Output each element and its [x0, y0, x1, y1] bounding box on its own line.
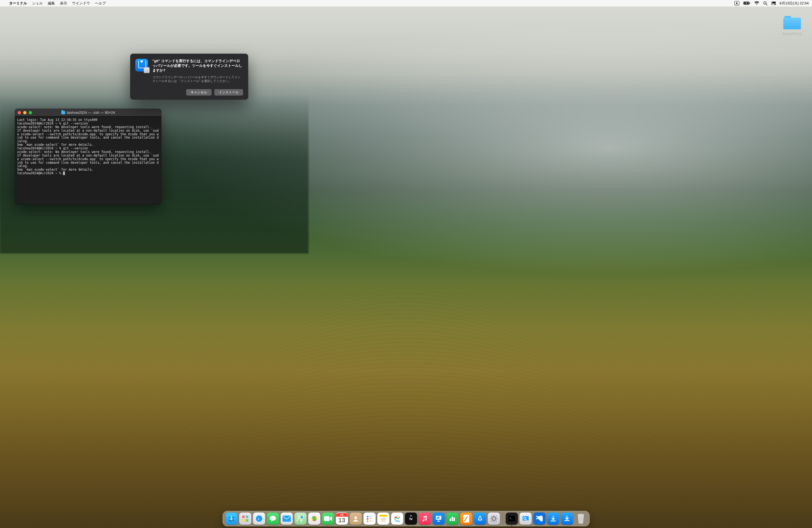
folder-icon: [783, 16, 801, 29]
menu-window[interactable]: ウインドウ: [70, 0, 92, 6]
dock-maps-icon[interactable]: [294, 513, 307, 525]
dock-settings-icon[interactable]: [488, 513, 500, 525]
svg-rect-15: [246, 519, 248, 522]
svg-line-4: [766, 4, 767, 5]
svg-line-58: [491, 520, 492, 522]
svg-line-56: [496, 520, 497, 522]
svg-rect-44: [438, 516, 439, 519]
dock-container: 8月13tv>_: [0, 511, 812, 526]
svg-text:>_: >_: [510, 517, 512, 519]
cancel-button[interactable]: キャンセル: [186, 89, 212, 96]
calendar-day-label: 13: [338, 517, 345, 524]
install-button[interactable]: インストール: [214, 89, 243, 96]
dock-vscode-icon[interactable]: [533, 513, 546, 525]
svg-point-11: [233, 517, 234, 518]
dock-launchpad-icon[interactable]: [239, 513, 251, 525]
dock-notes-icon[interactable]: [377, 513, 389, 525]
terminal-titlebar[interactable]: taishow2024 — -zsh — 80×24: [15, 109, 161, 117]
menu-edit[interactable]: 編集: [45, 0, 57, 6]
desktop-folder-label: ScreenShots: [781, 31, 804, 35]
svg-point-20: [270, 516, 276, 521]
dock-keynote-icon[interactable]: [433, 513, 445, 525]
apple-menu[interactable]: [3, 0, 6, 6]
svg-rect-12: [242, 516, 245, 518]
svg-point-33: [367, 520, 368, 522]
menu-view[interactable]: 表示: [57, 0, 70, 6]
control-center-icon[interactable]: [771, 2, 776, 5]
dock-mail-icon[interactable]: [280, 513, 293, 525]
input-source-indicator[interactable]: A: [735, 1, 739, 5]
svg-rect-27: [324, 516, 330, 521]
dock-messages-icon[interactable]: [267, 513, 279, 525]
svg-rect-13: [246, 516, 248, 518]
dock-finder-icon[interactable]: [226, 513, 237, 525]
svg-rect-43: [437, 517, 438, 519]
svg-rect-47: [453, 517, 455, 521]
svg-rect-46: [452, 517, 453, 521]
svg-rect-32: [369, 518, 373, 519]
svg-point-8: [774, 4, 775, 5]
svg-point-50: [493, 517, 495, 520]
spotlight-icon[interactable]: [763, 1, 768, 5]
dock-safari-icon[interactable]: [253, 513, 265, 525]
svg-rect-1: [749, 2, 750, 4]
svg-text:tv: tv: [409, 517, 412, 521]
dock-pages-icon[interactable]: [460, 513, 472, 525]
zoom-window-button[interactable]: [29, 111, 32, 114]
svg-point-22: [301, 516, 303, 518]
installer-download-icon: [135, 59, 148, 72]
svg-rect-14: [242, 519, 245, 522]
desktop-folder-screenshots[interactable]: ScreenShots: [781, 16, 804, 35]
svg-rect-34: [369, 520, 373, 522]
svg-line-57: [496, 516, 497, 517]
wifi-icon[interactable]: [754, 1, 759, 5]
folder-proxy-icon: [61, 111, 65, 114]
menu-bar-clock[interactable]: 8月13日(火) 22:54: [780, 1, 809, 6]
terminal-title: taishow2024 — -zsh — 80×24: [67, 111, 115, 115]
svg-rect-35: [379, 515, 387, 517]
svg-point-28: [354, 516, 357, 519]
terminal-output[interactable]: Last login: Tue Aug 13 22:38:35 on ttys0…: [15, 117, 161, 177]
svg-point-10: [229, 517, 230, 518]
app-menu[interactable]: ターミナル: [6, 0, 30, 6]
dock-terminal-icon[interactable]: >_: [506, 513, 518, 525]
window-controls: [15, 111, 32, 114]
dock: 8月13tv>_: [222, 511, 590, 526]
dock-tv-icon[interactable]: tv: [405, 513, 417, 525]
menu-help[interactable]: ヘルプ: [92, 0, 108, 6]
svg-rect-64: [551, 520, 556, 522]
terminal-window[interactable]: taishow2024 — -zsh — 80×24 Last login: T…: [15, 109, 161, 204]
dock-appstore-icon[interactable]: [474, 513, 486, 525]
dock-preview-icon[interactable]: [520, 513, 532, 525]
dock-reminders-icon[interactable]: [363, 513, 376, 525]
svg-point-31: [367, 518, 368, 520]
svg-point-29: [367, 516, 368, 517]
minimize-window-button[interactable]: [23, 111, 27, 114]
dock-calendar-icon[interactable]: 8月13: [336, 513, 348, 525]
desktop-wallpaper: [0, 0, 812, 528]
svg-rect-42: [437, 521, 440, 522]
dock-facetime-icon[interactable]: [322, 513, 334, 525]
calendar-month-label: 8月: [336, 513, 348, 517]
dialog-headline: "git" コマンドを実行するには、コマンドラインデベロッパツールが必要です。ツ…: [153, 59, 243, 73]
dock-downloads-icon[interactable]: [561, 513, 573, 525]
battery-icon[interactable]: [743, 1, 750, 5]
dock-freeform-icon[interactable]: [391, 513, 403, 525]
dock-contacts-icon[interactable]: [350, 513, 362, 525]
menu-bar-right: A 8月13日(火) 22:54: [735, 1, 809, 6]
svg-rect-45: [450, 518, 451, 521]
terminal-cursor: [63, 172, 65, 175]
svg-line-55: [491, 516, 492, 517]
svg-rect-21: [282, 516, 291, 522]
dock-numbers-icon[interactable]: [446, 513, 459, 525]
svg-rect-30: [369, 516, 373, 517]
menu-shell[interactable]: シェル: [30, 0, 45, 6]
menu-bar-left: ターミナル シェル 編集 表示 ウインドウ ヘルプ: [3, 0, 108, 6]
dock-separator: [503, 513, 503, 525]
dock-trash-icon[interactable]: [575, 513, 587, 525]
close-window-button[interactable]: [18, 111, 21, 114]
dock-music-icon[interactable]: [419, 513, 431, 525]
dock-installer-icon[interactable]: [547, 513, 559, 525]
svg-rect-41: [438, 520, 439, 521]
dock-photos-icon[interactable]: [308, 513, 320, 525]
